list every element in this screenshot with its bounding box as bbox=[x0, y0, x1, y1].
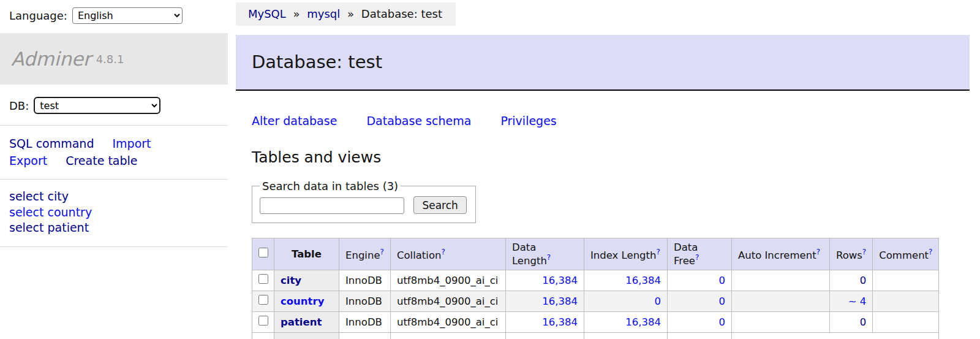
sidebar-item-select-country[interactable]: select country bbox=[9, 205, 236, 221]
db-select[interactable]: test bbox=[34, 97, 160, 114]
table-total-row: 3 in total InnoDB utf8mb4_0900_ai_ci 49,… bbox=[252, 332, 939, 339]
help-icon[interactable]: ? bbox=[441, 248, 445, 256]
collation-cell: utf8mb4_0900_ai_ci bbox=[390, 291, 505, 311]
alter-database-link[interactable]: Alter database bbox=[252, 114, 337, 128]
sidebar: Language: English Adminer 4.8.1 DB: test… bbox=[0, 0, 236, 339]
sidebar-item-select-city[interactable]: select city bbox=[9, 189, 236, 205]
data-free-link[interactable]: 0 bbox=[718, 316, 725, 328]
data-length-link[interactable]: 16,384 bbox=[542, 275, 578, 286]
sidebar-item-select-patient[interactable]: select patient bbox=[9, 220, 236, 236]
auto-increment-cell bbox=[731, 291, 829, 311]
database-schema-link[interactable]: Database schema bbox=[366, 114, 471, 128]
tables-overview-table: Table Engine? Collation? Data Length? In… bbox=[252, 238, 939, 339]
adminer-page: Language: English Adminer 4.8.1 DB: test… bbox=[0, 0, 980, 339]
import-link[interactable]: Import bbox=[112, 137, 151, 150]
index-length-link[interactable]: 16,384 bbox=[625, 316, 661, 328]
search-fieldset: Search data in tables (3) Search bbox=[252, 180, 476, 223]
privileges-link[interactable]: Privileges bbox=[500, 114, 556, 128]
adminer-version: 4.8.1 bbox=[96, 53, 124, 66]
col-header-data-length: Data Length? bbox=[505, 238, 584, 270]
sidebar-divider bbox=[0, 246, 228, 247]
collation-cell: utf8mb4_0900_ai_ci bbox=[390, 311, 505, 332]
data-length-link[interactable]: 16,384 bbox=[542, 316, 578, 328]
breadcrumb-separator: » bbox=[293, 7, 300, 20]
db-row: DB: test bbox=[0, 85, 236, 125]
total-collation-cell: utf8mb4_0900_ai_ci bbox=[390, 332, 505, 339]
help-icon[interactable]: ? bbox=[380, 248, 384, 256]
database-actions: Alter database Database schema Privilege… bbox=[236, 91, 970, 128]
col-header-data-free: Data Free? bbox=[667, 238, 731, 270]
sidebar-table-list: select city select country select patien… bbox=[0, 180, 236, 246]
total-label: 3 in total bbox=[274, 332, 339, 339]
engine-cell: InnoDB bbox=[339, 311, 391, 332]
select-all-checkbox[interactable] bbox=[258, 248, 268, 257]
title-band: Database: test bbox=[236, 35, 970, 91]
help-icon[interactable]: ? bbox=[816, 248, 820, 256]
page-title: Database: test bbox=[252, 51, 970, 72]
comment-cell bbox=[873, 291, 939, 311]
comment-cell bbox=[873, 311, 939, 332]
language-row: Language: English bbox=[0, 0, 236, 31]
col-header-engine: Engine? bbox=[339, 238, 391, 270]
create-table-link[interactable]: Create table bbox=[66, 154, 137, 167]
col-header-collation: Collation? bbox=[390, 238, 505, 270]
db-label: DB: bbox=[9, 99, 29, 112]
breadcrumb-server-link[interactable]: MySQL bbox=[248, 7, 286, 20]
comment-cell bbox=[873, 270, 939, 291]
auto-increment-cell bbox=[731, 270, 829, 291]
collation-cell: utf8mb4_0900_ai_ci bbox=[390, 270, 505, 291]
col-header-auto-increment: Auto Increment? bbox=[731, 238, 829, 270]
total-data-free: 0 bbox=[667, 332, 731, 339]
search-input[interactable] bbox=[260, 197, 404, 214]
search-legend: Search data in tables (3) bbox=[260, 180, 401, 192]
rows-count-link[interactable]: 0 bbox=[860, 316, 867, 328]
table-name-link[interactable]: city bbox=[281, 275, 301, 286]
data-length-link[interactable]: 16,384 bbox=[542, 295, 578, 307]
data-free-link[interactable]: 0 bbox=[718, 275, 725, 286]
rows-count-link[interactable]: ~ 4 bbox=[848, 295, 867, 307]
row-checkbox[interactable] bbox=[258, 295, 268, 305]
logo-band: Adminer 4.8.1 bbox=[0, 33, 228, 85]
row-checkbox[interactable] bbox=[258, 274, 268, 284]
search-button[interactable]: Search bbox=[413, 196, 466, 214]
col-header-table: Table bbox=[274, 238, 339, 270]
engine-cell: InnoDB bbox=[339, 291, 391, 311]
breadcrumb-current: Database: test bbox=[361, 7, 442, 20]
section-title: Tables and views bbox=[236, 128, 970, 166]
table-row: country InnoDB utf8mb4_0900_ai_ci 16,384… bbox=[252, 291, 939, 311]
data-free-link[interactable]: 0 bbox=[718, 295, 725, 307]
col-header-index-length: Index Length? bbox=[584, 238, 667, 270]
breadcrumb: MySQL » mysql » Database: test bbox=[236, 2, 456, 26]
sql-command-link[interactable]: SQL command bbox=[9, 137, 94, 150]
help-icon[interactable]: ? bbox=[547, 253, 551, 262]
sidebar-actions: SQL commandImport ExportCreate table bbox=[0, 126, 236, 179]
adminer-logo[interactable]: Adminer bbox=[11, 48, 91, 70]
table-row: patient InnoDB utf8mb4_0900_ai_ci 16,384… bbox=[252, 311, 939, 332]
language-select[interactable]: English bbox=[72, 7, 183, 24]
col-header-comment: Comment? bbox=[873, 238, 939, 270]
export-link[interactable]: Export bbox=[9, 154, 47, 167]
table-row: city InnoDB utf8mb4_0900_ai_ci 16,384 16… bbox=[252, 270, 939, 291]
index-length-link[interactable]: 0 bbox=[654, 295, 661, 307]
table-name-link[interactable]: patient bbox=[281, 316, 322, 328]
main-content: MySQL » mysql » Database: test Database:… bbox=[236, 0, 980, 339]
row-checkbox[interactable] bbox=[258, 316, 268, 326]
table-header-row: Table Engine? Collation? Data Length? In… bbox=[252, 238, 939, 270]
total-data-length: 49,152 bbox=[505, 332, 584, 339]
col-header-rows: Rows? bbox=[829, 238, 872, 270]
rows-count-link[interactable]: 0 bbox=[860, 275, 867, 286]
help-icon[interactable]: ? bbox=[862, 248, 866, 256]
total-engine-cell: InnoDB bbox=[339, 332, 391, 339]
breadcrumb-db-link[interactable]: mysql bbox=[307, 7, 340, 20]
table-name-link[interactable]: country bbox=[281, 295, 324, 307]
auto-increment-cell bbox=[731, 311, 829, 332]
breadcrumb-separator: » bbox=[347, 7, 354, 20]
help-icon[interactable]: ? bbox=[657, 248, 660, 256]
engine-cell: InnoDB bbox=[339, 270, 391, 291]
language-label: Language: bbox=[9, 9, 67, 22]
help-icon[interactable]: ? bbox=[929, 248, 932, 256]
index-length-link[interactable]: 16,384 bbox=[625, 275, 661, 286]
help-icon[interactable]: ? bbox=[695, 253, 699, 262]
total-index-length: 32,768 bbox=[584, 332, 667, 339]
